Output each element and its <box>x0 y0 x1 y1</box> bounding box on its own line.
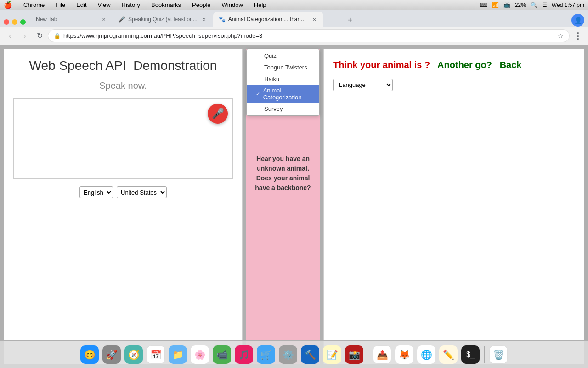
menubar-right: ⌨ 📶 📺 22% 🔍 ☰ Wed 1:57 pm <box>480 2 584 8</box>
new-tab-button[interactable]: + <box>344 14 356 27</box>
language-select[interactable]: English <box>79 186 113 198</box>
dock-filezilla[interactable]: 📤 <box>372 345 392 365</box>
language-selects: English United States <box>79 186 167 198</box>
menubar-people[interactable]: People <box>190 1 212 9</box>
chrome-window: New Tab ✕ 🎤 Speaking Quiz (at least on..… <box>0 10 588 368</box>
browser-content: Web Speech API Demonstration Speak now. … <box>0 45 588 368</box>
think-text: Think your animal is ? <box>333 60 430 70</box>
country-select[interactable]: United States <box>117 186 167 198</box>
menubar-window[interactable]: Window <box>220 1 245 9</box>
dock-sysprefs[interactable]: ⚙️ <box>278 345 298 365</box>
tab-bar: New Tab ✕ 🎤 Speaking Quiz (at least on..… <box>0 10 588 27</box>
minimize-window-button[interactable] <box>12 19 17 25</box>
speech-api-title: Web Speech API Demonstration <box>29 58 217 73</box>
dropdown-tongue-twisters[interactable]: Tongue Twisters <box>247 62 319 73</box>
check-animal: ✓ <box>256 91 260 97</box>
dock-calendar[interactable]: 📅 <box>146 345 166 365</box>
back-button[interactable]: ‹ <box>4 29 17 42</box>
dock: 😊 🚀 🧭 📅 📁 🌸 📹 🎵 🛒 ⚙️ 🔨 📝 📸 📤 🦊 🌐 ✏️ $_ 🗑… <box>0 340 588 368</box>
speak-now-label: Speak now. <box>99 80 147 91</box>
airplay-icon: 📺 <box>503 2 510 8</box>
dropdown-menu: Quiz Tongue Twisters Haiku ✓ Animal Cate… <box>246 49 320 116</box>
menubar: 🍎 Chrome File Edit View History Bookmark… <box>0 0 588 10</box>
dock-safari[interactable]: 🧭 <box>124 345 144 365</box>
omnibox[interactable]: 🔒 https://www.rjmprogramming.com.au/PHP/… <box>48 29 570 42</box>
back-link[interactable]: Back <box>500 60 522 70</box>
dock-launchpad[interactable]: 🚀 <box>102 345 122 365</box>
tab-close-speakingquiz[interactable]: ✕ <box>200 16 208 23</box>
dropdown-quiz[interactable]: Quiz <box>247 50 319 62</box>
chrome-menu-button[interactable]: ⋮ <box>571 29 584 42</box>
mic-icon: 🎤 <box>212 108 224 120</box>
another-go-link[interactable]: Another go? <box>437 60 492 70</box>
speech-title-end: Demonstration <box>133 58 217 73</box>
maximize-window-button[interactable] <box>20 19 26 25</box>
bluetooth-icon: ⌨ <box>480 2 487 8</box>
tab-newtab[interactable]: New Tab ✕ <box>30 12 113 27</box>
dock-separator-2 <box>484 346 485 363</box>
dropdown-haiku[interactable]: Haiku <box>247 73 319 85</box>
dropdown-survey[interactable]: Survey <box>247 103 319 115</box>
menubar-history[interactable]: History <box>120 1 142 9</box>
dock-photos[interactable]: 🌸 <box>190 345 210 365</box>
tab-favicon-animalcat: 🐾 <box>219 16 226 23</box>
speech-input-area[interactable]: 🎤 <box>13 98 233 179</box>
apple-menu[interactable]: 🍎 <box>4 1 12 9</box>
omnibox-bar: ‹ › ↻ 🔒 https://www.rjmprogramming.com.a… <box>0 27 588 45</box>
lock-icon: 🔒 <box>54 33 61 39</box>
right-panel: Think your animal is ? Another go? Back … <box>323 49 584 364</box>
menubar-help[interactable]: Help <box>252 1 268 9</box>
menubar-file[interactable]: File <box>54 1 67 9</box>
battery-indicator: 22% <box>515 2 526 8</box>
middle-panel: Quiz Tongue Twisters Haiku ✓ Animal Cate… <box>246 49 320 364</box>
menubar-edit[interactable]: Edit <box>74 1 88 9</box>
profile-icon[interactable]: 👤 <box>571 14 584 27</box>
dock-facetime[interactable]: 📹 <box>212 345 232 365</box>
tab-empty[interactable] <box>323 12 342 27</box>
dropdown-animal-categorization[interactable]: ✓ Animal Categorization <box>247 85 319 103</box>
dock-files[interactable]: 📁 <box>168 345 188 365</box>
mic-button[interactable]: 🎤 <box>208 104 228 124</box>
dock-music[interactable]: 🎵 <box>234 345 254 365</box>
tab-animalcat[interactable]: 🐾 Animal Categorization ... thank... ✕ <box>213 12 323 27</box>
left-panel: Web Speech API Demonstration Speak now. … <box>4 49 243 364</box>
speech-title-start: Web Speech API <box>29 58 126 73</box>
close-window-button[interactable] <box>4 19 9 25</box>
dock-separator <box>368 346 368 363</box>
dock-finder[interactable]: 😊 <box>79 345 100 365</box>
wifi-icon: 📶 <box>492 2 499 8</box>
dock-terminal[interactable]: $_ <box>460 345 481 365</box>
bookmark-star-icon[interactable]: ☆ <box>558 32 564 40</box>
forward-button[interactable]: › <box>18 29 31 42</box>
menubar-view[interactable]: View <box>96 1 113 9</box>
tab-favicon-speakingquiz: 🎤 <box>119 16 125 23</box>
dock-xcode[interactable]: 🔨 <box>300 345 320 365</box>
tab-close-newtab[interactable]: ✕ <box>100 16 107 23</box>
dock-appstore[interactable]: 🛒 <box>256 345 276 365</box>
clock: Wed 1:57 pm <box>552 2 584 8</box>
dock-chrome[interactable]: 🌐 <box>416 345 436 365</box>
search-icon[interactable]: 🔍 <box>531 2 537 8</box>
menubar-bookmarks[interactable]: Bookmarks <box>149 1 183 9</box>
middle-content: Hear you have an unknown animal. Does yo… <box>246 108 320 197</box>
notification-icon[interactable]: ☰ <box>542 2 547 8</box>
reload-button[interactable]: ↻ <box>33 29 46 42</box>
language-dropdown[interactable]: Language <box>333 79 393 91</box>
animal-header: Think your animal is ? Another go? Back <box>333 58 575 71</box>
menubar-chrome[interactable]: Chrome <box>22 1 46 9</box>
dock-firefox[interactable]: 🦊 <box>394 345 414 365</box>
tab-close-animalcat[interactable]: ✕ <box>311 16 318 23</box>
dock-trash[interactable]: 🗑️ <box>488 345 509 365</box>
tab-speakingquiz[interactable]: 🎤 Speaking Quiz (at least on... ✕ <box>113 12 213 27</box>
url-display: https://www.rjmprogramming.com.au/PHP/sp… <box>63 32 555 39</box>
dock-sketch[interactable]: ✏️ <box>438 345 458 365</box>
dock-notes[interactable]: 📝 <box>322 345 342 365</box>
dock-photobooth[interactable]: 📸 <box>344 345 364 365</box>
